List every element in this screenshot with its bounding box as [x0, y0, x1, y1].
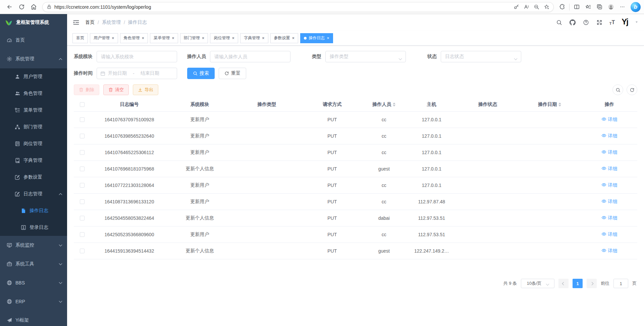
sidebar-item-menu-mgmt[interactable]: 菜单管理 — [0, 102, 67, 119]
detail-link[interactable]: 详细 — [601, 232, 617, 238]
row-checkbox[interactable] — [80, 167, 85, 171]
sidebar-item-param-config[interactable]: 参数设置 — [0, 169, 67, 186]
sidebar-item-system-tools[interactable]: 系统工具 — [0, 255, 67, 273]
add-favorite-icon[interactable] — [541, 3, 551, 11]
sort-carets-icon[interactable] — [393, 103, 395, 107]
row-checkbox[interactable] — [80, 150, 85, 155]
reset-button[interactable]: 重置 — [219, 68, 246, 79]
sidebar-item-bbs[interactable]: BBS — [0, 273, 67, 292]
row-checkbox[interactable] — [80, 199, 85, 204]
sidebar-item-role-mgmt[interactable]: 角色管理 — [0, 85, 67, 102]
fullscreen-icon[interactable] — [596, 19, 603, 26]
back-icon[interactable] — [3, 1, 15, 13]
tab-dict-mgmt[interactable]: 字典管理× — [240, 33, 268, 43]
refresh-icon[interactable] — [15, 1, 28, 13]
breadcrumb-home[interactable]: 首页 — [85, 19, 95, 25]
detail-link[interactable]: 详细 — [601, 215, 617, 221]
sidebar-item-erp[interactable]: ERP — [0, 292, 67, 311]
favorites-bar-icon[interactable] — [582, 1, 594, 13]
refresh-table-button[interactable] — [627, 84, 637, 95]
sort-carets-icon[interactable] — [558, 103, 561, 107]
user-avatar[interactable]: Yj — [622, 18, 628, 27]
sidebar-item-dict-mgmt[interactable]: 字典管理 — [0, 152, 67, 169]
search-icon[interactable] — [556, 19, 562, 26]
page-1-button[interactable]: 1 — [573, 279, 583, 288]
sidebar-item-yi-framework[interactable]: Yi框架 — [0, 311, 67, 326]
cell-operator: cc — [362, 133, 406, 139]
close-icon[interactable]: × — [202, 36, 205, 40]
export-button[interactable]: 导出 — [133, 84, 158, 95]
sidebar-item-dept-mgmt[interactable]: 部门管理 — [0, 119, 67, 135]
row-checkbox[interactable] — [80, 183, 85, 188]
column-header-operator[interactable]: 操作人员 — [362, 98, 406, 111]
close-icon[interactable]: × — [232, 36, 234, 40]
sidebar-item-post-mgmt[interactable]: 岗位管理 — [0, 135, 67, 152]
clear-button[interactable]: 清空 — [103, 84, 129, 95]
close-icon[interactable]: × — [327, 36, 329, 40]
tab-home[interactable]: 首页 — [72, 33, 88, 43]
sidebar-item-log-mgmt[interactable]: 日志管理 — [0, 186, 67, 202]
page-size-select[interactable]: 10条/页 — [521, 279, 554, 288]
column-header-date[interactable]: 操作日期 — [518, 98, 582, 111]
profile-avatar-icon[interactable] — [605, 1, 616, 13]
sidebar-item-system-monitor[interactable]: 系统监控 — [0, 236, 67, 255]
detail-link[interactable]: 详细 — [601, 182, 617, 188]
close-icon[interactable]: × — [262, 36, 265, 40]
tab-dept-mgmt[interactable]: 部门管理× — [180, 33, 208, 43]
select-all-checkbox[interactable] — [80, 102, 85, 107]
tab-user-mgmt[interactable]: 用户管理× — [90, 33, 118, 43]
row-checkbox[interactable] — [80, 117, 85, 122]
sidebar-item-user-mgmt[interactable]: 用户管理 — [0, 68, 67, 85]
tab-role-mgmt[interactable]: 角色管理× — [120, 33, 148, 43]
detail-link[interactable]: 详细 — [601, 199, 617, 205]
app-logo[interactable]: 意框架管理系统 — [0, 14, 67, 31]
operator-input[interactable] — [210, 51, 290, 62]
font-size-icon[interactable]: TT — [609, 19, 615, 25]
detail-link[interactable]: 详细 — [601, 166, 617, 172]
tab-post-mgmt[interactable]: 岗位管理× — [210, 33, 238, 43]
goto-page-input[interactable] — [613, 279, 628, 288]
collections-icon[interactable] — [594, 1, 605, 13]
github-icon[interactable] — [569, 19, 576, 26]
home-icon[interactable] — [28, 1, 40, 13]
row-checkbox[interactable] — [80, 249, 85, 253]
close-icon[interactable]: × — [172, 36, 174, 40]
bing-chat-icon[interactable]: b — [631, 2, 641, 12]
key-icon[interactable] — [511, 3, 521, 11]
close-icon[interactable]: × — [142, 36, 145, 40]
tab-menu-mgmt[interactable]: 菜单管理× — [150, 33, 178, 43]
row-checkbox[interactable] — [80, 134, 85, 138]
next-page-button[interactable] — [587, 279, 597, 288]
tab-param-config[interactable]: 参数设置× — [270, 33, 299, 43]
search-button[interactable]: 搜索 — [187, 68, 215, 79]
module-input[interactable] — [97, 51, 177, 62]
tab-oper-log[interactable]: 操作日志× — [300, 33, 333, 43]
avatar-caret-icon[interactable] — [635, 19, 639, 25]
read-aloud-icon[interactable] — [521, 3, 531, 11]
type-select[interactable]: 操作类型 — [325, 51, 406, 62]
sidebar-item-home[interactable]: 首页 — [0, 31, 67, 50]
sidebar-item-login-log[interactable]: 登录日志 — [0, 219, 67, 236]
sidebar-item-system-mgmt[interactable]: 系统管理 — [0, 50, 67, 68]
detail-link[interactable]: 详细 — [601, 248, 617, 254]
date-range-picker[interactable]: 开始日期 - 结束日期 — [97, 68, 177, 79]
status-select[interactable]: 日志状态 — [441, 51, 521, 62]
more-options-icon[interactable] — [616, 1, 628, 13]
row-checkbox[interactable] — [80, 232, 85, 237]
prev-page-button[interactable] — [558, 279, 569, 288]
split-screen-icon[interactable] — [571, 1, 582, 13]
extensions-icon[interactable] — [556, 1, 568, 13]
row-checkbox[interactable] — [80, 216, 85, 220]
delete-button[interactable]: 删除 — [74, 84, 99, 95]
detail-link[interactable]: 详细 — [601, 117, 617, 123]
detail-link[interactable]: 详细 — [601, 133, 617, 139]
sidebar-collapse-icon[interactable] — [72, 19, 80, 26]
close-icon[interactable]: × — [112, 36, 114, 40]
sidebar-item-oper-log[interactable]: 操作日志 — [0, 202, 67, 219]
show-search-button[interactable] — [612, 84, 623, 95]
address-bar[interactable]: https://ccnetcore.com:1101/system/log/op… — [42, 2, 554, 12]
help-icon[interactable] — [583, 19, 589, 26]
zoom-out-icon[interactable] — [531, 3, 541, 11]
close-icon[interactable]: × — [292, 36, 295, 40]
detail-link[interactable]: 详细 — [601, 149, 617, 155]
